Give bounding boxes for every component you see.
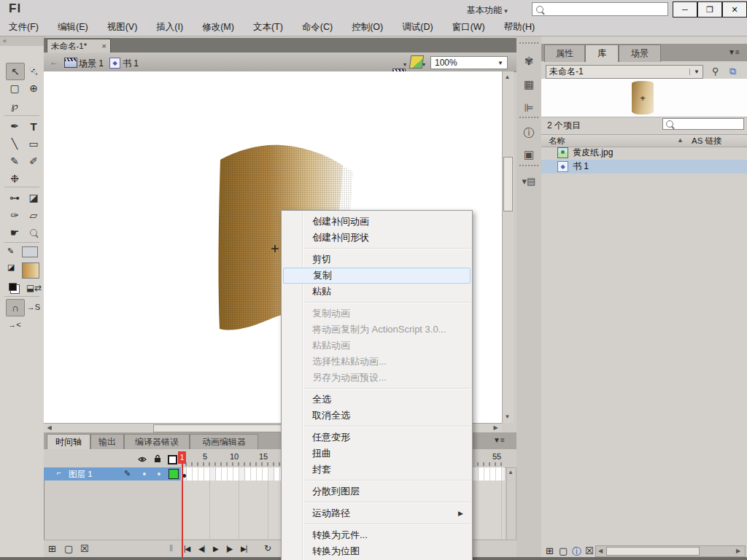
minimize-button[interactable]: ─ — [673, 1, 697, 18]
menu-item-distort[interactable]: 扭曲 — [283, 446, 471, 462]
line-tool[interactable]: ╲ — [6, 136, 23, 152]
goto-last-frame-button[interactable]: ▶| — [241, 545, 247, 553]
tab-output[interactable]: 输出 — [90, 434, 124, 450]
menu-file[interactable]: 文件(F) — [9, 21, 39, 34]
library-new-folder-button[interactable]: ▢ — [559, 545, 568, 556]
menu-help[interactable]: 帮助(H) — [504, 21, 535, 34]
paint-bucket-tool[interactable]: ◪ — [25, 190, 42, 206]
align-panel-icon[interactable]: ⊫ — [516, 99, 541, 117]
library-item-symbol[interactable]: ◆ 书 1 — [541, 160, 747, 174]
brush-tool[interactable]: ✐ — [25, 153, 42, 169]
column-name[interactable]: 名称 — [549, 136, 565, 147]
outline-layers-icon[interactable] — [168, 455, 177, 464]
close-tab-icon[interactable]: × — [101, 42, 107, 50]
back-arrow-icon[interactable]: ← — [48, 56, 60, 68]
3d-rotation-tool[interactable]: ⊕ — [25, 80, 42, 96]
tools-panel-collapse[interactable]: « — [0, 36, 46, 46]
tab-compiler-errors[interactable]: 编译器错误 — [124, 434, 190, 450]
layer-outline-color[interactable] — [169, 469, 179, 479]
close-button[interactable]: ✕ — [722, 1, 747, 18]
zoom-tool[interactable] — [25, 225, 42, 241]
smooth-tool[interactable]: →S — [25, 299, 42, 315]
document-tab[interactable]: 未命名-1* × — [47, 39, 111, 52]
sort-arrow-icon[interactable]: ▲ — [677, 136, 684, 144]
scroll-up-icon[interactable]: ▲ — [508, 469, 514, 475]
scroll-left-icon[interactable]: ◀ — [45, 424, 53, 432]
tab-properties[interactable]: 属性 — [544, 44, 585, 62]
menu-text[interactable]: 文本(T) — [253, 21, 283, 34]
bone-tool[interactable]: ⊶ — [6, 190, 23, 206]
tab-motion-editor[interactable]: 动画编辑器 — [190, 434, 258, 450]
pin-library-icon[interactable]: ⚲ — [712, 66, 719, 77]
library-panel-menu-icon[interactable]: ▼≡ — [728, 48, 740, 56]
eyedropper-tool[interactable]: ✑ — [6, 207, 23, 223]
menu-item-convert-to-bitmap[interactable]: 转换为位图 — [283, 543, 471, 559]
library-item-bitmap[interactable]: 黄皮纸.jpg — [541, 146, 747, 160]
column-as-linkage[interactable]: AS 链接 — [692, 136, 722, 147]
show-hide-layers-icon[interactable] — [138, 455, 147, 464]
goto-first-frame-button[interactable]: |◀ — [184, 545, 190, 553]
menu-item-select-all[interactable]: 全选 — [283, 392, 471, 408]
text-tool[interactable]: T — [25, 118, 42, 134]
menu-item-paste[interactable]: 粘贴 — [283, 284, 471, 300]
menu-commands[interactable]: 命令(C) — [302, 21, 333, 34]
loop-button[interactable]: ↻ — [264, 543, 271, 553]
play-button[interactable]: ▶ — [213, 545, 218, 553]
menu-item-create-shape-tween[interactable]: 创建补间形状 — [283, 230, 471, 246]
timeline-panel-menu-icon[interactable]: ▼≡ — [493, 436, 505, 444]
menu-control[interactable]: 控制(O) — [352, 21, 383, 34]
tab-library[interactable]: 库 — [585, 44, 619, 62]
breadcrumb-scene[interactable]: 场景 1 — [79, 58, 104, 70]
workspace-switcher[interactable]: 基本功能 ▾ — [467, 4, 508, 17]
menu-edit[interactable]: 编辑(E) — [58, 21, 88, 34]
layer-row[interactable]: ⌐ 图层 1 ✎ — [44, 467, 181, 481]
search-input[interactable] — [532, 2, 668, 16]
menu-item-convert-to-symbol[interactable]: 转换为元件... — [283, 527, 471, 543]
timeline-vscrollbar[interactable] — [506, 467, 516, 540]
swatches-panel-icon[interactable]: ▦ — [516, 76, 541, 93]
menu-insert[interactable]: 插入(I) — [156, 21, 183, 34]
stage-vertical-scrollbar[interactable] — [502, 71, 514, 423]
scroll-right-icon[interactable]: ▶ — [736, 548, 740, 554]
scroll-left-icon[interactable]: ◀ — [598, 548, 603, 554]
menu-item-cut[interactable]: 剪切 — [283, 252, 471, 268]
scroll-right-icon[interactable]: ▶ — [492, 424, 500, 432]
menu-item-create-motion-tween[interactable]: 创建补间动画 — [283, 214, 471, 230]
swap-colors-icon[interactable]: ⬓⇄ — [26, 283, 42, 293]
menu-modify[interactable]: 修改(M) — [202, 21, 234, 34]
menu-window[interactable]: 窗口(W) — [452, 21, 485, 34]
library-search-input[interactable] — [662, 118, 744, 130]
color-panel-icon[interactable]: ✾ — [516, 52, 541, 70]
new-folder-button[interactable]: ▢ — [64, 543, 73, 554]
tab-timeline[interactable]: 时间轴 — [47, 434, 90, 450]
playhead-line[interactable] — [182, 464, 183, 557]
vscroll-thumb[interactable] — [503, 157, 513, 211]
fill-color-swatch[interactable] — [22, 262, 39, 279]
hscroll-thumb[interactable] — [153, 424, 293, 432]
menu-view[interactable]: 视图(V) — [107, 21, 138, 34]
free-transform-tool[interactable]: ▢ — [6, 80, 23, 96]
info-panel-icon[interactable]: ⓘ — [516, 124, 541, 141]
menu-item-motion-path[interactable]: 运动路径 ▶ — [283, 505, 471, 521]
menu-item-free-transform[interactable]: 任意变形 — [283, 429, 471, 446]
selection-tool[interactable]: ↖ — [6, 63, 25, 80]
delete-item-button[interactable]: ☒ — [585, 545, 594, 556]
pencil-tool[interactable]: ✎ — [6, 153, 23, 169]
step-back-button[interactable]: ◀| — [198, 545, 204, 553]
deco-tool[interactable]: ❉ — [6, 171, 23, 187]
menu-item-distribute-to-layers[interactable]: 分散到图层 — [283, 483, 471, 499]
layer-lock-dot[interactable] — [158, 472, 160, 475]
eraser-tool[interactable]: ▱ — [25, 207, 42, 223]
scroll-up-icon[interactable]: ▲ — [503, 73, 511, 81]
menu-debug[interactable]: 调试(D) — [402, 21, 433, 34]
hand-tool[interactable]: ☛ — [6, 225, 23, 241]
stroke-color-swatch[interactable] — [22, 246, 38, 257]
menu-item-copy[interactable]: 复制 — [283, 268, 471, 284]
snap-to-objects-toggle[interactable]: ∩ — [6, 299, 25, 316]
restore-button[interactable]: ❐ — [697, 1, 722, 18]
transform-panel-icon[interactable]: ▣ — [516, 146, 541, 163]
delete-layer-button[interactable]: ☒ — [80, 543, 89, 554]
library-horizontal-scrollbar[interactable]: ◀ ▶ — [595, 545, 746, 557]
pane-resize-grip[interactable]: ⦀ — [169, 543, 173, 553]
library-hscroll-thumb[interactable] — [606, 547, 700, 556]
